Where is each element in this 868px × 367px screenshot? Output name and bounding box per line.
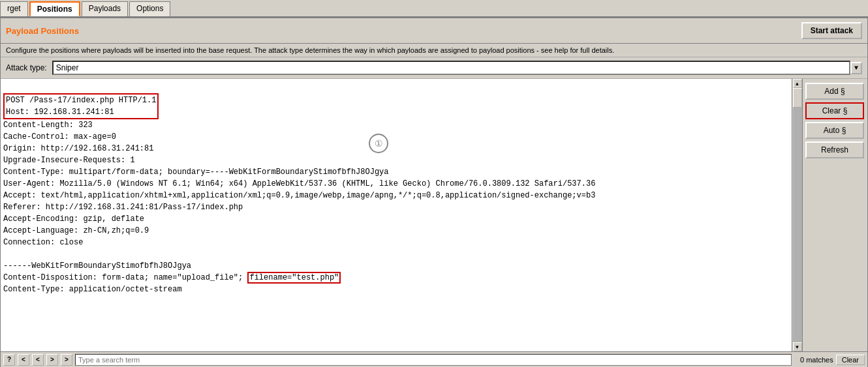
attack-type-row: Attack type: Sniper ▼ bbox=[1, 57, 867, 79]
tab-payloads[interactable]: Payloads bbox=[82, 1, 128, 16]
attack-type-select[interactable]: Sniper bbox=[52, 61, 850, 75]
right-buttons-panel: Add § Clear § Auto § Refresh bbox=[802, 79, 867, 351]
main-content: Payload Positions Start attack Configure… bbox=[0, 18, 868, 367]
attack-type-select-wrapper: Sniper ▼ bbox=[52, 61, 862, 75]
add-section-button[interactable]: Add § bbox=[805, 83, 864, 100]
back2-button[interactable]: < bbox=[32, 354, 44, 366]
tab-target[interactable]: rget bbox=[0, 1, 28, 16]
refresh-button[interactable]: Refresh bbox=[805, 141, 864, 158]
forward2-button[interactable]: > bbox=[61, 354, 72, 366]
attack-type-dropdown-arrow[interactable]: ▼ bbox=[850, 62, 862, 74]
section-title: Payload Positions bbox=[6, 26, 79, 36]
attack-type-label: Attack type: bbox=[6, 63, 47, 72]
start-attack-button[interactable]: Start attack bbox=[801, 22, 862, 39]
request-text: POST /Pass-17/index.php HTTP/1.1 Host: 1… bbox=[3, 81, 789, 307]
tab-positions[interactable]: Positions bbox=[29, 1, 80, 16]
match-count: 0 matches bbox=[794, 356, 833, 364]
vertical-scrollbar[interactable]: ▲ ▼ bbox=[792, 79, 802, 351]
scrollbar-track[interactable] bbox=[793, 88, 802, 342]
clear-section-button[interactable]: Clear § bbox=[805, 102, 864, 119]
status-bar: ? < < > > 0 matches Clear bbox=[1, 351, 867, 367]
forward-button[interactable]: > bbox=[46, 354, 58, 366]
request-wrapper: ① POST /Pass-17/index.php HTTP/1.1 Host:… bbox=[3, 81, 789, 307]
request-editor[interactable]: ① POST /Pass-17/index.php HTTP/1.1 Host:… bbox=[1, 79, 792, 351]
highlighted-header-box: POST /Pass-17/index.php HTTP/1.1 Host: 1… bbox=[3, 93, 159, 119]
clear-search-button[interactable]: Clear bbox=[836, 355, 865, 365]
auto-section-button[interactable]: Auto § bbox=[805, 122, 864, 139]
editor-area: ① POST /Pass-17/index.php HTTP/1.1 Host:… bbox=[1, 79, 867, 351]
help-button[interactable]: ? bbox=[3, 354, 15, 366]
back-button[interactable]: < bbox=[18, 354, 29, 366]
tab-options[interactable]: Options bbox=[129, 1, 170, 16]
scroll-up-button[interactable]: ▲ bbox=[793, 79, 802, 88]
search-input[interactable] bbox=[75, 354, 792, 366]
tab-bar: rget Positions Payloads Options bbox=[0, 0, 868, 18]
top-bar: Payload Positions Start attack bbox=[1, 18, 867, 44]
description-text: Configure the positions where payloads w… bbox=[1, 44, 867, 57]
inline-highlighted-box: filename="test.php" bbox=[247, 272, 341, 284]
scrollbar-thumb[interactable] bbox=[793, 88, 802, 108]
scroll-down-button[interactable]: ▼ bbox=[793, 342, 802, 351]
